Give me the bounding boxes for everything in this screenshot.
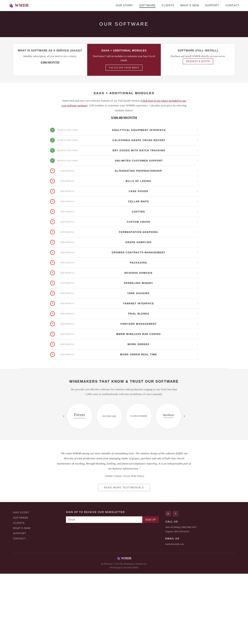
- nav-contact[interactable]: CONTACT: [225, 4, 239, 7]
- module-arrow-icon: ›: [197, 169, 198, 172]
- nav-our-story[interactable]: OUR STORY: [116, 4, 133, 7]
- card-saas-modules: SAAS + ADDITIONAL MODULES Need more? Add…: [87, 44, 161, 76]
- module-item[interactable]: +Add ModuleTANK GAUGING›: [48, 288, 200, 298]
- module-add-icon: +: [50, 179, 55, 184]
- winemakers-title: WINEMAKERS THAT KNOW & TRUST OUR SOFTWAR…: [13, 380, 235, 384]
- card-saas: WHAT IS SOFTWARE AS A SERVICE (SAAS)? Mo…: [13, 44, 87, 76]
- module-badge: Add Module: [57, 221, 77, 223]
- footer-nav-contact[interactable]: CONTACT: [13, 537, 26, 540]
- module-item[interactable]: +Add ModuleWORK ORDER REAL TIME›: [48, 350, 200, 360]
- module-item[interactable]: +Add ModuleFERMENTATION GRAPHING›: [48, 227, 200, 237]
- module-item[interactable]: +Add ModuleCOSTING›: [48, 207, 200, 217]
- module-add-icon: +: [50, 311, 55, 316]
- footer-nav-whats-new[interactable]: WHAT'S NEW: [13, 527, 31, 530]
- module-item[interactable]: +Add ModuleREVERSE OSMOSIS›: [48, 268, 200, 278]
- nav-clients[interactable]: CLIENTS: [162, 4, 174, 7]
- card-full-install-title: SOFTWARE (FULL INSTALL): [166, 49, 230, 52]
- module-item[interactable]: +Add ModuleVINEYARD MANAGEMENT›: [48, 319, 200, 329]
- carousel-next-button[interactable]: ›: [181, 411, 187, 421]
- card-saas-title: WHAT IS SOFTWARE AS A SERVICE (SAAS)?: [18, 49, 82, 52]
- module-badge: Module Included: [57, 139, 78, 141]
- module-arrow-icon: ›: [197, 332, 198, 336]
- module-item[interactable]: +Add ModuleGROWER CONTRACTS MANAGEMENT›: [48, 248, 200, 258]
- module-arrow-icon: ›: [197, 292, 198, 295]
- module-badge: Add Module: [57, 333, 77, 335]
- carousel-prev-button[interactable]: ‹: [61, 411, 67, 421]
- hero-section: OUR SOFTWARE: [0, 11, 248, 37]
- module-badge: Add Module: [57, 180, 77, 182]
- module-name: REVERSE OSMOSIS: [80, 272, 197, 274]
- module-name: WORK ORDERS: [80, 343, 197, 346]
- request-quote-button[interactable]: REQUEST A QUOTE: [183, 58, 213, 64]
- module-add-icon: +: [50, 199, 55, 204]
- logo[interactable]: 🍇 WMDB: [9, 3, 29, 8]
- client-logo-silver-oak: SILVER OAK: [96, 403, 122, 429]
- module-item[interactable]: +Add ModuleGRAPE SAMPLING›: [48, 237, 200, 248]
- module-item[interactable]: +Add ModuleTRIAL BLENDS›: [48, 309, 200, 319]
- module-arrow-icon: ›: [197, 220, 198, 224]
- module-badge: Add Module: [57, 170, 77, 172]
- module-item[interactable]: +Add ModuleSPARKLING WINERY›: [48, 278, 200, 288]
- module-item[interactable]: ✓Module IncludedANALYTICAL EQUIPMENT INT…: [48, 125, 200, 135]
- nav-whats-new[interactable]: WHAT'S NEW: [180, 4, 199, 7]
- client-logo-markham: Markham VINEYARDS: [155, 403, 181, 429]
- module-item[interactable]: +Add ModuleWORK ORDERS›: [48, 339, 200, 350]
- nav-software[interactable]: SOFTWARE: [139, 4, 156, 8]
- module-item[interactable]: +Add ModuleCASE GOODS›: [48, 186, 200, 196]
- module-badge: Add Module: [57, 200, 77, 202]
- module-arrow-icon: ›: [197, 322, 198, 326]
- navigation: 🍇 WMDB OUR STORY SOFTWARE CLIENTS WHAT'S…: [0, 0, 248, 11]
- facebook-icon[interactable]: f: [173, 511, 178, 516]
- module-included-icon: ✓: [50, 128, 55, 132]
- module-arrow-icon: ›: [197, 159, 198, 162]
- module-badge: Add Module: [57, 353, 77, 356]
- nav-support[interactable]: SUPPORT: [205, 4, 219, 7]
- module-item[interactable]: +Add ModuleWMDB WIRELESS BAR CODING›: [48, 329, 200, 339]
- module-arrow-icon: ›: [197, 210, 198, 213]
- calculate-price-button[interactable]: CALCULATE YOUR PRICE: [105, 65, 143, 70]
- module-item[interactable]: +Add ModulePACKAGING›: [48, 258, 200, 268]
- module-badge: Module Included: [57, 149, 78, 152]
- module-arrow-icon: ›: [197, 353, 198, 356]
- module-item[interactable]: +Add ModuleCELLAR MAPS›: [48, 196, 200, 207]
- newsletter-submit-button[interactable]: SIGN UP: [142, 516, 159, 523]
- footer-nav-software[interactable]: SOFTWARE: [13, 516, 28, 519]
- module-name: GROWER CONTRACTS MANAGEMENT: [80, 251, 197, 254]
- module-name: CASE GOODS: [80, 190, 197, 192]
- module-item[interactable]: +Add ModuleTANKNET INTERFACE›: [48, 298, 200, 309]
- client-logos: Fetzer VINEYARDS SILVER OAK GLORIA FERRE…: [67, 403, 181, 429]
- module-item[interactable]: +Add ModuleCUSTOM CRUSH›: [48, 217, 200, 227]
- saas-link[interactable]: Click here to see what's included in our…: [62, 99, 186, 107]
- module-add-icon: +: [50, 209, 55, 214]
- module-arrow-icon: ›: [197, 138, 198, 142]
- social-icons: in f: [165, 511, 235, 516]
- module-arrow-icon: ›: [197, 128, 198, 132]
- hero-title: OUR SOFTWARE: [99, 21, 149, 27]
- footer-logo-text: 🍇 WMDB: [117, 557, 132, 560]
- testimonial-author: - Ondine Chattan, Geyser Peak Winery: [17, 474, 231, 478]
- module-item[interactable]: ✓Module IncludedDRY GOODS WITH BATCH TRA…: [48, 146, 200, 156]
- footer-copy2: Web Design by Storylines Media: [13, 566, 235, 569]
- module-name: TANKNET INTERFACE: [80, 302, 197, 305]
- module-add-icon: +: [50, 270, 55, 275]
- module-included-icon: ✓: [50, 138, 55, 142]
- module-name: BILLS OF LADING: [80, 180, 197, 182]
- module-included-icon: ✓: [50, 148, 55, 153]
- module-badge: Add Module: [57, 312, 77, 315]
- module-item[interactable]: ✓Module IncludedUNLIMITED CUSTOMER SUPPO…: [48, 156, 200, 166]
- module-badge: Add Module: [57, 272, 77, 274]
- read-more-testimonials-button[interactable]: READ MORE TESTIMONIALS: [98, 484, 150, 491]
- newsletter-email-input[interactable]: [66, 516, 142, 523]
- module-badge: Add Module: [57, 302, 77, 304]
- module-item[interactable]: +Add ModuleALTERNATING PROPRIETORSHIP›: [48, 166, 200, 176]
- footer-nav-support[interactable]: SUPPORT: [13, 532, 26, 534]
- module-item[interactable]: +Add ModuleBILLS OF LADING›: [48, 176, 200, 186]
- module-badge: Add Module: [57, 282, 77, 284]
- linkedin-icon[interactable]: in: [165, 511, 171, 516]
- footer-nav-clients[interactable]: CLIENTS: [13, 522, 25, 524]
- module-add-icon: +: [50, 301, 55, 306]
- footer-nav-our-story[interactable]: OUR STORY: [13, 511, 29, 514]
- module-name: DRY GOODS WITH BATCH TRACKING: [81, 149, 197, 152]
- module-arrow-icon: ›: [197, 251, 198, 254]
- module-item[interactable]: ✓Module IncludedCALIFORNIA GRAPE CRUSH R…: [48, 135, 200, 146]
